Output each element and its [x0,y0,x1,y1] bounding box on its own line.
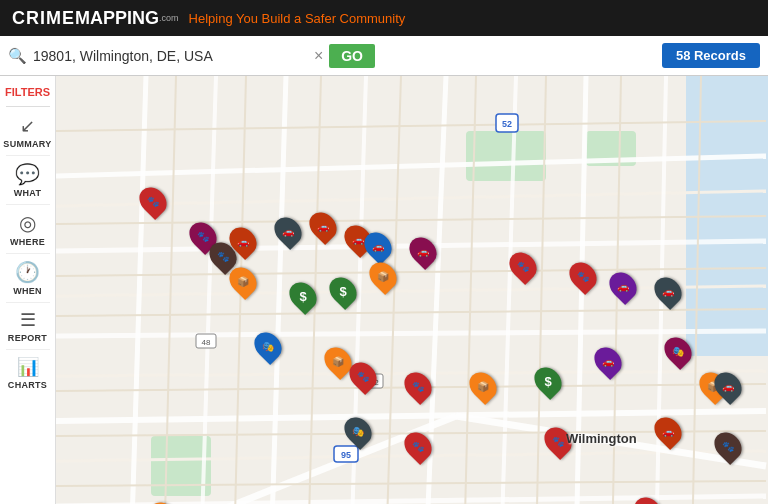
map-pin[interactable]: $ [284,277,322,315]
when-icon: 🕐 [15,260,40,284]
sidebar: FILTERS ↙ SUMMARY 💬 WHAT ◎ WHERE 🕐 WHEN … [0,76,56,504]
map-pin[interactable]: 🐾 [399,427,437,465]
map-pin[interactable]: 🐾 [134,182,172,220]
summary-label: SUMMARY [3,139,51,149]
logo-crime: CRIME [12,8,75,29]
sidebar-item-what[interactable]: 💬 WHAT [0,156,55,204]
map-pin[interactable]: 🚗 [404,232,442,270]
search-bar: 🔍 × GO 58 Records [0,36,768,76]
map-pin[interactable]: 🚗 [304,207,342,245]
clear-button[interactable]: × [314,47,323,65]
map-pin[interactable]: 🐾 [709,427,747,465]
records-badge: 58 Records [662,43,760,68]
map-pin[interactable]: 🎭 [659,332,697,370]
map-pin[interactable]: 🐾 [399,367,437,405]
map-pins: 🐾🐾🐾🚗🚗🚗🚗🚗🚗📦$$📦🐾🐾🚗🚗🎭📦🐾🐾📦$🚗🎭📦🚗🎭🐾🐾🚗🐾📦$🚗🐾 [56,76,768,504]
what-icon: 💬 [15,162,40,186]
map-pin[interactable]: $ [529,362,567,400]
map-pin[interactable]: $ [324,272,362,310]
map-pin[interactable]: 🚗 [604,267,642,305]
sidebar-item-when[interactable]: 🕐 WHEN [0,254,55,302]
map-area[interactable]: 95 48 202 52 🐾🐾🐾🚗🚗🚗🚗🚗🚗📦$$📦🐾🐾🚗🚗🎭📦🐾🐾📦$🚗🎭📦🚗… [56,76,768,504]
map-pin[interactable]: 📦 [144,497,182,504]
sidebar-item-charts[interactable]: 📊 CHARTS [0,350,55,396]
what-label: WHAT [14,188,42,198]
map-pin[interactable]: 🐾 [504,247,542,285]
map-pin[interactable]: 🚗 [269,212,307,250]
map-pin[interactable]: 🐾 [564,257,602,295]
tagline: Helping You Build a Safer Community [189,11,406,26]
summary-icon: ↙ [20,115,35,137]
search-icon: 🔍 [8,47,27,65]
map-pin[interactable]: 🐾 [629,492,667,504]
map-pin[interactable]: 🎭 [339,412,377,450]
report-icon: ☰ [20,309,36,331]
search-input[interactable] [33,48,308,64]
go-button[interactable]: GO [329,44,375,68]
where-icon: ◎ [19,211,36,235]
logo-mapping: MAPPING [75,8,159,29]
main-content: FILTERS ↙ SUMMARY 💬 WHAT ◎ WHERE 🕐 WHEN … [0,76,768,504]
app-header: CRIMEMAPPING.com Helping You Build a Saf… [0,0,768,36]
when-label: WHEN [13,286,42,296]
charts-icon: 📊 [17,356,39,378]
charts-label: CHARTS [8,380,47,390]
logo-com: .com [159,13,179,23]
sidebar-item-report[interactable]: ☰ REPORT [0,303,55,349]
map-pin[interactable]: 📦 [464,367,502,405]
map-pin[interactable]: 📦 [364,257,402,295]
wilmington-label: Wilmington [566,431,637,446]
map-pin[interactable]: 🚗 [589,342,627,380]
map-pin[interactable]: 🎭 [249,327,287,365]
where-label: WHERE [10,237,45,247]
sidebar-item-where[interactable]: ◎ WHERE [0,205,55,253]
map-pin[interactable]: 🚗 [649,412,687,450]
map-pin[interactable]: 🚗 [649,272,687,310]
filters-label[interactable]: FILTERS [0,80,55,104]
sidebar-item-summary[interactable]: ↙ SUMMARY [0,109,55,155]
report-label: REPORT [8,333,47,343]
